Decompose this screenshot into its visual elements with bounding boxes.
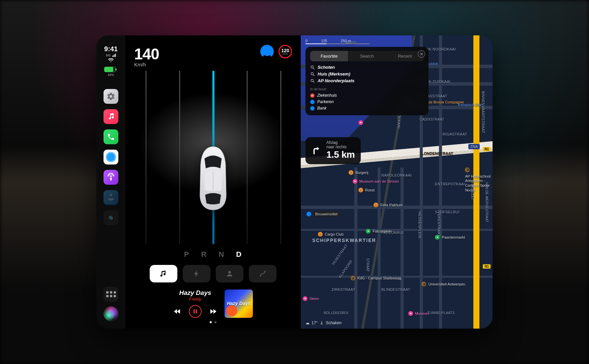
map-scale: 0 125 250 m	[305, 39, 351, 43]
poi-zna[interactable]: ZNA	[468, 144, 480, 149]
road-label: STRAAT	[366, 258, 370, 272]
nearby-heading: In de buurt	[310, 87, 424, 91]
svg-point-16	[311, 66, 313, 68]
tab-search[interactable]: Search	[348, 51, 386, 61]
poi-kempisch: Kempisch Dok	[458, 103, 482, 107]
quick-route-button[interactable]	[249, 265, 276, 282]
poi-roest[interactable]: 🍴Roest	[358, 188, 375, 192]
app-launcher[interactable]	[104, 287, 118, 302]
wifi-icon	[104, 58, 118, 63]
carplay-console: 9:41 5G 82%	[96, 35, 493, 329]
turn-right-icon	[312, 145, 322, 155]
poi-felix[interactable]: 🍴Felix Pakhuis	[374, 203, 402, 207]
favorite-list: Schoten Huis (Merksem) AP Noorderplaats	[310, 65, 424, 83]
speed-display: 140 Km/h	[134, 45, 159, 67]
svg-line-21	[313, 81, 315, 83]
app-phone[interactable]	[104, 129, 118, 144]
scale-line	[305, 43, 370, 44]
app-safari[interactable]	[104, 150, 118, 164]
status-network: 5G	[104, 54, 118, 57]
road-label: BOLLEKESRUI	[324, 311, 348, 315]
road-badge: N1	[483, 264, 491, 269]
poi-museum-stroom[interactable]: ★	[358, 120, 365, 125]
search-card: ✕ Favortite Search Recent Schoten Huis (…	[305, 47, 429, 115]
poi-burgerij[interactable]: 🍴Burgerij	[349, 170, 368, 175]
page-indicator[interactable]	[134, 321, 292, 323]
svg-point-11	[228, 271, 231, 274]
lane-view	[125, 71, 301, 262]
close-icon[interactable]: ✕	[418, 50, 425, 58]
svg-point-18	[311, 72, 313, 75]
poi-steen[interactable]: ★Steen	[303, 296, 319, 301]
quick-music-button[interactable]	[150, 265, 177, 282]
road-label: CADIXSTRAAT	[420, 118, 444, 121]
quick-profile-button[interactable]	[216, 265, 243, 282]
favorite-item[interactable]: AP Noorderplaats	[310, 78, 424, 83]
road-label: NAPOLEONKAAI	[381, 173, 412, 177]
signal-icon	[112, 54, 116, 57]
speed-value: 140	[134, 45, 159, 63]
road-label: ENTREPOTKAAI	[435, 182, 465, 186]
svg-line-17	[313, 68, 315, 69]
play-pause-button[interactable]	[189, 305, 202, 318]
road-badge: N1	[483, 147, 491, 151]
quick-buttons	[134, 265, 292, 282]
weather-chip[interactable]: ☁ 17° Schaken	[305, 321, 342, 325]
turn-distance: 1.5 km	[326, 149, 355, 160]
track-title: Hazy Days	[173, 289, 217, 297]
favorite-item[interactable]: Huis (Merksem)	[310, 71, 424, 77]
drive-panel: 140 Km/h 120 Km/h	[125, 35, 301, 329]
gear-r[interactable]: R	[201, 250, 207, 259]
poi-paardenmarkt[interactable]: ●Paardenmarkt	[435, 235, 465, 240]
steering-icon[interactable]	[260, 45, 274, 58]
road-label: RIGASTRAAT	[443, 132, 467, 136]
tab-favorite[interactable]: Favortite	[310, 51, 348, 61]
battery-percent: 82%	[104, 73, 118, 77]
road-label: LONDENSTRAAT	[421, 151, 453, 155]
poi-univ[interactable]: 🎓Universiteit Antwerpen	[421, 282, 465, 286]
map-panel[interactable]: HOUTDOK-NOORDKAAI Houtdok HOUTDOK-ZUIDKA…	[301, 35, 493, 329]
quick-charge-button[interactable]	[183, 265, 210, 282]
road-label: BINNENVAARTSTRAAT	[481, 91, 485, 133]
road-label: ZIRKSTRAAT	[331, 287, 355, 292]
turn-card[interactable]: Afslagnaar rechts 1.5 km	[305, 137, 361, 164]
poi-museum-b[interactable]: ★Museum	[408, 311, 429, 316]
speed-limit-sign: 120 Km/h	[278, 45, 292, 58]
cloud-icon: ☁	[305, 321, 310, 325]
siri-button[interactable]	[104, 306, 118, 321]
poi-brouwersvliet[interactable]: Brouwersvliet	[306, 211, 340, 217]
district-label: SCHIPPERSKWARTIER	[312, 238, 376, 243]
app-podcasts[interactable]	[104, 170, 118, 185]
road-label: TUNNELPLAATS	[428, 311, 455, 315]
gear-selector: P R N D	[134, 250, 292, 259]
gear-p[interactable]: P	[184, 250, 190, 259]
gear-d[interactable]: D	[236, 250, 242, 259]
person-icon	[320, 321, 324, 325]
poi-museum-stroom2[interactable]: ★Museum aan de Stroom	[353, 179, 399, 184]
poi-cargo-club[interactable]: 🍴Cargo Club	[318, 232, 344, 237]
next-track-button[interactable]	[209, 307, 217, 315]
poi-falconplein[interactable]: ●Falconplein	[366, 229, 391, 234]
svg-point-4	[110, 175, 112, 177]
favorite-item[interactable]: Schoten	[310, 65, 424, 70]
previous-track-button[interactable]	[173, 307, 181, 315]
nearby-item[interactable]: Bank	[310, 106, 424, 111]
app-appstore[interactable]	[104, 190, 118, 205]
gear-n[interactable]: N	[218, 250, 225, 259]
status-block: 9:41 5G 82%	[104, 45, 118, 77]
app-settings[interactable]	[104, 89, 118, 104]
road-label: VEKESTRAAT	[437, 211, 441, 237]
svg-point-20	[311, 79, 313, 82]
app-music[interactable]	[104, 109, 118, 124]
nearby-item[interactable]: Parkeren	[310, 99, 424, 104]
search-icon	[310, 65, 315, 70]
poi-kdg[interactable]: 🎓KdG - Campus Stadswaag	[351, 276, 401, 280]
app-photos[interactable]	[104, 210, 118, 225]
search-icon	[310, 79, 315, 83]
nearby-list: HZiekenhuis Parkeren Bank	[310, 93, 424, 111]
poi-ap[interactable]: 🎓 AP HogeschoolAntwerpen -Campus SpoorNo…	[465, 168, 491, 193]
sidebar: 9:41 5G 82%	[96, 35, 125, 329]
album-art[interactable]: Hazy Days	[225, 290, 253, 318]
nearby-item[interactable]: HZiekenhuis	[310, 93, 424, 98]
svg-line-19	[313, 74, 315, 76]
